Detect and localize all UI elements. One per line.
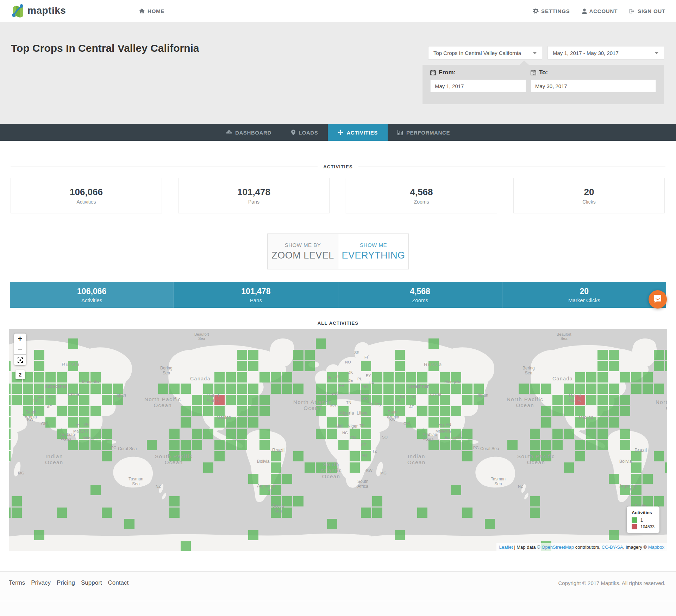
activity-cell[interactable] [361, 361, 371, 371]
activity-cell[interactable] [282, 508, 292, 518]
activity-cell[interactable] [12, 395, 22, 405]
activity-cell[interactable] [192, 440, 202, 450]
activity-cell[interactable] [643, 474, 653, 484]
activity-cell[interactable] [248, 384, 258, 394]
activity-cell[interactable] [79, 406, 89, 416]
activity-cell[interactable] [530, 384, 540, 394]
activity-cell[interactable] [169, 429, 180, 439]
activity-cell[interactable] [654, 496, 664, 506]
activity-cell[interactable] [440, 395, 450, 405]
activity-cell[interactable] [214, 451, 225, 461]
activity-cell[interactable] [226, 417, 236, 428]
activity-cell[interactable] [226, 440, 236, 450]
activity-cell[interactable] [609, 384, 619, 394]
footer-link-pricing[interactable]: Pricing [57, 579, 75, 586]
activity-cell[interactable] [45, 417, 56, 428]
attribution-link[interactable]: OpenStreetMap [542, 545, 574, 550]
activity-cell[interactable] [609, 474, 619, 484]
activity-cell[interactable] [564, 462, 574, 473]
activity-cell[interactable] [79, 440, 89, 450]
activity-cell[interactable] [665, 361, 667, 371]
activity-cell[interactable] [395, 384, 405, 394]
activity-cell[interactable] [406, 384, 416, 394]
activity-cell[interactable] [113, 384, 123, 394]
activity-cell[interactable] [620, 395, 630, 405]
activity-cell[interactable] [361, 395, 371, 405]
activity-cell[interactable] [552, 440, 563, 450]
activity-cell[interactable] [428, 406, 439, 416]
activity-cell[interactable] [327, 462, 337, 473]
activity-cell[interactable] [12, 384, 22, 394]
activity-cell[interactable] [57, 508, 67, 518]
activity-cell[interactable] [338, 384, 349, 394]
activity-cell[interactable] [34, 406, 44, 416]
activity-cell[interactable] [147, 440, 157, 450]
activity-cell[interactable] [417, 372, 427, 382]
activity-cell[interactable] [271, 384, 281, 394]
activity-cell[interactable] [361, 429, 371, 439]
to-date-input[interactable]: May 30, 2017 [531, 80, 656, 92]
show-by-zoom-level-button[interactable]: SHOW ME BY ZOOM LEVEL [267, 234, 338, 269]
map-select-dropdown[interactable]: Top Crops In Central Valley California [428, 46, 542, 60]
activity-cell[interactable] [462, 395, 472, 405]
activity-cell[interactable] [361, 406, 371, 416]
activity-cell[interactable] [248, 417, 258, 428]
activity-cell[interactable] [654, 384, 664, 394]
activity-cell[interactable] [327, 519, 337, 529]
activity-cell[interactable] [316, 384, 326, 394]
activity-cell[interactable] [541, 384, 551, 394]
activity-cell[interactable] [428, 338, 439, 349]
activity-cell[interactable] [237, 406, 247, 416]
footer-link-contact[interactable]: Contact [108, 579, 129, 586]
activity-cell[interactable] [631, 462, 641, 473]
activity-cell[interactable] [620, 440, 630, 450]
activity-cell[interactable] [361, 384, 371, 394]
activity-cell[interactable] [406, 417, 416, 428]
activity-cell[interactable] [609, 395, 619, 405]
tab-loads[interactable]: LOADS [281, 124, 328, 141]
activity-cell[interactable] [68, 384, 78, 394]
activity-cell[interactable] [68, 417, 78, 428]
activity-cell[interactable] [428, 384, 439, 394]
activity-cell[interactable] [214, 372, 225, 382]
activity-cell[interactable] [395, 395, 405, 405]
activity-cell[interactable] [102, 508, 112, 518]
activity-cell[interactable] [192, 395, 202, 405]
activity-cell[interactable] [372, 508, 382, 518]
activity-cell[interactable] [192, 406, 202, 416]
activity-cell[interactable] [417, 384, 427, 394]
activity-cell[interactable] [169, 451, 180, 461]
activity-cell[interactable] [564, 395, 574, 405]
activity-cell[interactable] [575, 372, 585, 382]
activity-cell[interactable] [665, 462, 667, 473]
activity-cell[interactable] [361, 417, 371, 428]
activity-cell[interactable] [597, 395, 608, 405]
activity-cell[interactable] [372, 384, 382, 394]
nav-settings-link[interactable]: SETTINGS [533, 8, 570, 14]
activity-cell[interactable] [395, 530, 405, 540]
activity-cell[interactable] [203, 395, 213, 405]
activity-cell[interactable] [350, 429, 360, 439]
activity-cell[interactable] [102, 429, 112, 439]
activity-cell[interactable] [305, 361, 315, 371]
activity-cell[interactable] [203, 462, 213, 473]
activity-cell[interactable] [79, 417, 89, 428]
activity-cell[interactable] [597, 361, 608, 371]
activity-cell[interactable] [9, 508, 11, 518]
activity-cell[interactable] [383, 395, 394, 405]
activity-cell[interactable] [68, 361, 78, 371]
activity-cell[interactable] [395, 361, 405, 371]
activity-cell[interactable] [451, 429, 461, 439]
activity-cell[interactable] [226, 372, 236, 382]
activity-cell[interactable] [237, 350, 247, 360]
activity-cell[interactable] [338, 406, 349, 416]
activity-cell[interactable] [158, 384, 168, 394]
activity-cell[interactable] [597, 429, 608, 439]
activity-cell[interactable] [181, 451, 191, 461]
activity-cell[interactable] [192, 429, 202, 439]
activity-cell[interactable] [451, 372, 461, 382]
activity-cell[interactable] [282, 496, 292, 506]
activity-cell[interactable] [293, 361, 303, 371]
activity-cell[interactable] [586, 372, 596, 382]
activity-cell[interactable] [9, 440, 11, 450]
